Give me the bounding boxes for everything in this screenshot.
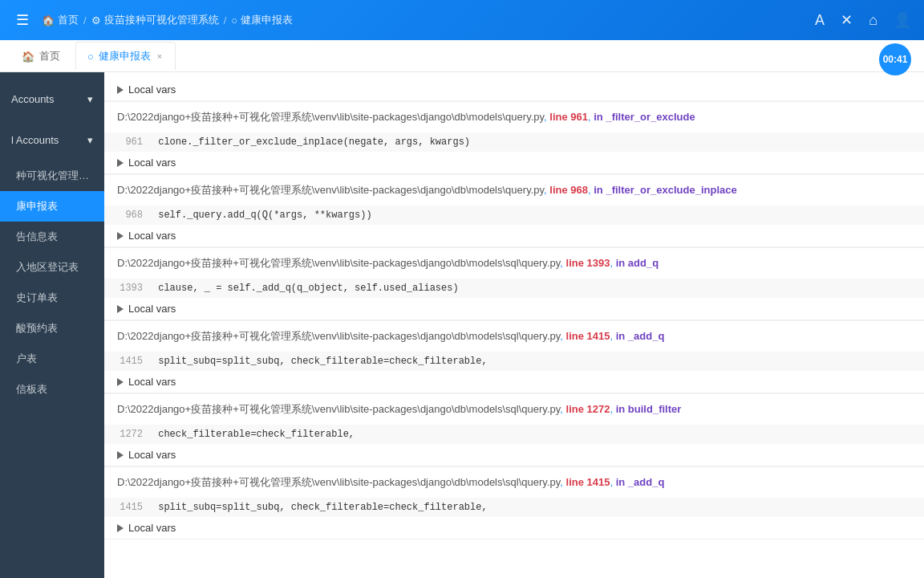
breadcrumb-system-label: 疫苗接种可视化管理系统 [104,13,219,27]
triangle-icon-5 [117,451,124,459]
breadcrumb-sep2: / [224,14,227,26]
code-line-6: 1415 split_subq=split_subq, check_filter… [104,498,924,517]
code-text-4: split_subq=split_subq, check_filterable=… [158,356,487,367]
code-text-6: split_subq=split_subq, check_filterable=… [158,502,487,513]
local-vars-toggle-2[interactable]: Local vars [104,225,924,246]
sidebar-item-0[interactable]: 种可视化管理系统 [0,161,104,191]
gear-icon: ⚙ [91,14,101,26]
sidebar-group-accounts-header[interactable]: Accounts ▾ [0,85,104,113]
traceback-file-3: D:\2022django+疫苗接种+可视化管理系统\venv\lib\site… [104,247,924,279]
local-vars-toggle-4[interactable]: Local vars [104,371,924,393]
header-right: A ✕ ⌂ 👤 [815,11,911,29]
tab-bar: 🏠 首页 ○ 健康申报表 × 00:41 [0,40,924,72]
tab-home-icon: 🏠 [22,51,34,63]
sidebar-item-4-label: 史订单表 [16,291,58,303]
code-text-5: check_filterable=check_filterable, [158,429,355,440]
traceback-block-0: Local vars [104,79,924,101]
func-label-6: in _add_q [616,476,665,488]
code-line-3: 1393 clause, _ = self._add_q(q_object, s… [104,279,924,298]
func-label-2: in _filter_or_exclude_inplace [594,184,736,196]
tab-home-label: 首页 [39,49,60,63]
triangle-icon-0 [117,86,124,94]
code-lineno-4: 1415 [112,356,152,367]
sidebar-item-0-label: 种可视化管理系统 [16,169,99,181]
local-vars-toggle-1[interactable]: Local vars [104,152,924,173]
tab-active[interactable]: ○ 健康申报表 × [75,42,176,70]
tab-home[interactable]: 🏠 首页 [10,42,72,70]
line-label-2: line 968 [549,184,588,196]
breadcrumb-home[interactable]: 🏠 首页 [42,13,79,27]
timer-badge: 00:41 [879,43,911,75]
traceback-block-1: D:\2022django+疫苗接种+可视化管理系统\venv\lib\site… [104,101,924,174]
user-icon[interactable]: 👤 [894,11,911,29]
code-lineno-1: 961 [112,136,152,148]
laccounts-chevron: ▾ [87,134,93,146]
sidebar-item-5[interactable]: 酸预约表 [0,313,104,344]
local-vars-toggle-3[interactable]: Local vars [104,298,924,320]
line-num-1: 961 [570,111,588,123]
local-vars-toggle-0[interactable]: Local vars [104,79,924,100]
filepath-4: D:\2022django+疫苗接种+可视化管理系统\venv\lib\site… [117,330,560,342]
content-area: Local vars D:\2022django+疫苗接种+可视化管理系统\ve… [104,72,924,578]
laccounts-label: l Accounts [11,134,59,146]
line-label-4: line 1415 [566,330,610,342]
sidebar-item-7-label: 信板表 [16,383,47,395]
func-label-4: in _add_q [616,330,665,342]
breadcrumb-page-label: 健康申报表 [241,13,293,27]
sidebar-item-6[interactable]: 户表 [0,344,104,374]
sidebar-group-laccounts-header[interactable]: l Accounts ▾ [0,126,104,154]
local-vars-label-0: Local vars [128,83,176,96]
traceback-content: Local vars D:\2022django+疫苗接种+可视化管理系统\ve… [104,72,924,546]
line-label-3: line 1393 [566,257,610,269]
code-lineno-2: 968 [112,210,152,221]
traceback-file-5: D:\2022django+疫苗接种+可视化管理系统\venv\lib\site… [104,393,924,425]
line-num-2: 968 [570,184,588,196]
traceback-file-1: D:\2022django+疫苗接种+可视化管理系统\venv\lib\site… [104,101,924,132]
local-vars-label-6: Local vars [128,522,176,534]
func-label-1: in _filter_or_exclude [594,111,695,123]
tab-active-label: 健康申报表 [99,49,151,63]
sidebar-item-5-label: 酸预约表 [16,322,58,334]
line-num-5: 1272 [587,403,610,415]
sidebar-item-7[interactable]: 信板表 [0,374,104,405]
local-vars-toggle-5[interactable]: Local vars [104,444,924,466]
traceback-file-2: D:\2022django+疫苗接种+可视化管理系统\venv\lib\site… [104,174,924,206]
local-vars-label-1: Local vars [128,157,176,169]
triangle-icon-6 [117,524,124,532]
home-header-icon[interactable]: ⌂ [869,12,877,29]
sidebar-item-4[interactable]: 史订单表 [0,283,104,313]
code-text-2: self._query.add_q(Q(*args, **kwargs)) [158,210,371,221]
func-label-3: in add_q [616,257,659,269]
filepath-1: D:\2022django+疫苗接种+可视化管理系统\venv\lib\site… [117,111,544,123]
triangle-icon-2 [117,232,124,240]
home-icon: 🏠 [42,14,55,26]
sidebar-item-2[interactable]: 告信息表 [0,222,104,252]
sidebar-item-3[interactable]: 入地区登记表 [0,252,104,283]
sidebar-group-laccounts: l Accounts ▾ [0,120,104,161]
filepath-5: D:\2022django+疫苗接种+可视化管理系统\venv\lib\site… [117,403,560,415]
breadcrumb-home-label: 首页 [58,13,79,27]
code-lineno-3: 1393 [112,283,152,294]
filepath-2: D:\2022django+疫苗接种+可视化管理系统\venv\lib\site… [117,184,544,196]
code-text-1: clone._filter_or_exclude_inplace(negate,… [158,136,470,148]
breadcrumb-system[interactable]: ⚙ 疫苗接种可视化管理系统 [91,13,219,27]
sidebar-item-1-label: 康申报表 [16,200,58,212]
breadcrumb-sep1: / [83,14,87,26]
breadcrumb-page[interactable]: ○ 健康申报表 [231,13,293,27]
menu-icon[interactable]: ☰ [13,8,32,32]
local-vars-label-4: Local vars [128,376,176,388]
local-vars-label-5: Local vars [128,449,176,461]
code-line-4: 1415 split_subq=split_subq, check_filter… [104,352,924,371]
sidebar: Accounts ▾ l Accounts ▾ 种可视化管理系统 康申报表 告信… [0,72,104,578]
local-vars-toggle-6[interactable]: Local vars [104,517,924,539]
sidebar-item-1[interactable]: 康申报表 [0,191,104,222]
tab-close-button[interactable]: × [156,50,164,63]
font-size-icon[interactable]: A [815,12,825,29]
sidebar-item-3-label: 入地区登记表 [16,261,79,273]
sidebar-item-2-label: 告信息表 [16,230,58,242]
close-x-icon[interactable]: ✕ [841,11,853,29]
traceback-block-4: D:\2022django+疫苗接种+可视化管理系统\venv\lib\site… [104,320,924,393]
code-line-2: 968 self._query.add_q(Q(*args, **kwargs)… [104,206,924,225]
line-num-4: 1415 [587,330,610,342]
sidebar-group-accounts: Accounts ▾ [0,79,104,120]
